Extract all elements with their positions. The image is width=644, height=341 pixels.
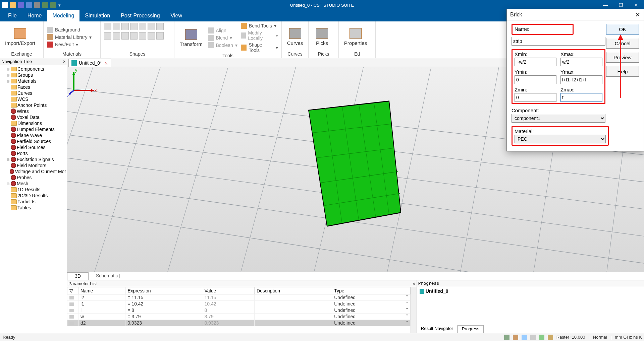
status-icon-4[interactable]: [530, 335, 536, 340]
tab-result-navigator[interactable]: Result Navigator: [417, 325, 458, 333]
cancel-button[interactable]: Cancel: [606, 38, 639, 49]
expand-icon[interactable]: ⊞: [6, 73, 10, 77]
new-icon[interactable]: [2, 2, 8, 8]
expand-icon[interactable]: ⊞: [6, 158, 10, 161]
menu-file[interactable]: File: [3, 10, 22, 21]
tree-node[interactable]: Faces: [0, 84, 67, 90]
new-edit-button[interactable]: New/Edit ▾: [47, 42, 92, 48]
shape4-icon[interactable]: [121, 32, 129, 40]
material-select[interactable]: PEC: [515, 135, 606, 143]
sphere-icon[interactable]: [113, 23, 120, 30]
ok-button[interactable]: OK: [606, 24, 639, 35]
col-name[interactable]: Name: [78, 287, 125, 294]
document-tab[interactable]: Untitled_0* ×: [68, 59, 111, 67]
table-row[interactable]: l2= 11.1511.15Undefined ˅: [67, 294, 411, 301]
status-icon-6[interactable]: [548, 335, 553, 340]
xmin-input[interactable]: [515, 58, 556, 66]
name-input[interactable]: [512, 37, 605, 46]
bend-tools-button[interactable]: Bend Tools ▾: [241, 23, 278, 29]
shape2-icon[interactable]: [104, 32, 111, 40]
navigation-tree-close-icon[interactable]: ×: [63, 59, 65, 64]
picks-button[interactable]: Picks: [312, 28, 332, 46]
tree-node[interactable]: ⊞Materials: [0, 78, 67, 84]
zmax-input[interactable]: [560, 93, 602, 102]
align-button[interactable]: Align: [208, 27, 237, 33]
tree-node[interactable]: Plane Wave: [0, 132, 67, 138]
shape6-icon[interactable]: [139, 32, 146, 40]
col-expression[interactable]: Expression: [125, 287, 202, 294]
rotate-icon[interactable]: [156, 23, 164, 30]
menu-postprocessing[interactable]: Post-Processing: [115, 10, 165, 21]
curves-button[interactable]: Curves: [285, 28, 305, 46]
transform-button[interactable]: Transform: [178, 29, 205, 47]
shape3-icon[interactable]: [113, 32, 120, 40]
redo-icon[interactable]: [50, 2, 56, 8]
shape-tools-button[interactable]: Shape Tools ▾: [241, 42, 278, 53]
save-icon[interactable]: [18, 2, 24, 8]
parameter-scrollbar[interactable]: [411, 287, 417, 333]
properties-button[interactable]: Properties: [342, 28, 369, 46]
table-row[interactable]: l= 88Undefined ˅: [67, 307, 411, 314]
cylinder-icon[interactable]: [121, 23, 129, 30]
open-icon[interactable]: [10, 2, 16, 8]
status-icon-1[interactable]: [504, 335, 509, 340]
parameter-table[interactable]: ▽ Name Expression Value Description Type…: [67, 287, 411, 333]
torus-icon[interactable]: [139, 23, 146, 30]
col-type[interactable]: Type: [332, 287, 411, 294]
component-select[interactable]: component1: [512, 114, 605, 123]
tree-node[interactable]: 1D Results: [0, 187, 67, 193]
tree-node[interactable]: Lumped Elements: [0, 126, 67, 132]
import-export-button[interactable]: Import/Export: [3, 28, 37, 46]
qat-dropdown-icon[interactable]: ▾: [58, 3, 61, 8]
tree-node[interactable]: Field Sources: [0, 144, 67, 150]
tree-node[interactable]: Voltage and Current Mor: [0, 168, 67, 175]
tree-node[interactable]: Voxel Data: [0, 114, 67, 120]
expand-icon[interactable]: ⊞: [6, 67, 10, 71]
tree-node[interactable]: ⊞Groups: [0, 72, 67, 78]
xmax-input[interactable]: [560, 58, 602, 66]
table-row[interactable]: d2 0.93230.9323Undefined ˅: [67, 320, 411, 326]
expand-icon[interactable]: ⊞: [6, 79, 10, 83]
view-tab-3d[interactable]: 3D: [67, 272, 89, 280]
tree-node[interactable]: Ports: [0, 150, 67, 156]
tab-progress[interactable]: Progress: [458, 325, 484, 333]
status-icon-3[interactable]: [522, 335, 527, 340]
tree-node[interactable]: WCS: [0, 96, 67, 102]
tree-node[interactable]: Anchor Points: [0, 102, 67, 108]
tree-node[interactable]: Field Monitors: [0, 162, 67, 168]
undo-icon[interactable]: [42, 2, 48, 8]
status-icon-5[interactable]: [539, 335, 544, 340]
brick-icon[interactable]: [104, 23, 111, 30]
zmin-input[interactable]: [515, 93, 556, 102]
tree-node[interactable]: 2D/3D Results: [0, 193, 67, 199]
boolean-button[interactable]: Boolean ▾: [208, 42, 237, 48]
menu-simulation[interactable]: Simulation: [79, 10, 115, 21]
background-button[interactable]: Background: [47, 27, 92, 33]
ymin-input[interactable]: [515, 75, 556, 84]
document-tab-close-icon[interactable]: ×: [104, 61, 108, 65]
print-icon[interactable]: [34, 2, 40, 8]
table-row[interactable]: w= 3.793.79Undefined ˅: [67, 314, 411, 320]
col-description[interactable]: Description: [254, 287, 332, 294]
tree-node[interactable]: ⊞Components: [0, 66, 67, 72]
shape8-icon[interactable]: [156, 32, 164, 40]
navigation-tree[interactable]: ⊞Components⊞Groups⊞MaterialsFacesCurvesW…: [0, 65, 67, 211]
tree-node[interactable]: Probes: [0, 175, 67, 181]
tree-node[interactable]: ⊞Excitation Signals: [0, 156, 67, 162]
tree-node[interactable]: Farfield Sources: [0, 138, 67, 144]
tree-node[interactable]: Farfields: [0, 199, 67, 205]
shape7-icon[interactable]: [148, 32, 155, 40]
preview-button[interactable]: Preview: [606, 52, 639, 63]
extrude-icon[interactable]: [148, 23, 155, 30]
table-row[interactable]: l1= 10.4210.42Undefined ˅: [67, 301, 411, 307]
status-icon-2[interactable]: [513, 335, 518, 340]
brick-dialog-close-icon[interactable]: ✕: [635, 11, 640, 18]
menu-view[interactable]: View: [165, 10, 187, 21]
menu-modeling[interactable]: Modeling: [47, 10, 79, 21]
help-button[interactable]: Help: [606, 66, 639, 77]
tree-node[interactable]: Curves: [0, 90, 67, 96]
col-value[interactable]: Value: [202, 287, 255, 294]
ymax-input[interactable]: [560, 75, 602, 84]
cone-icon[interactable]: [130, 23, 138, 30]
parameter-list-close-icon[interactable]: ×: [413, 281, 415, 286]
